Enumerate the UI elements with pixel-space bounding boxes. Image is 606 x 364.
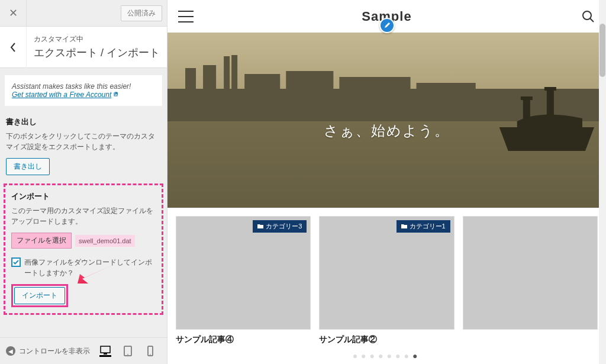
- post-card[interactable]: [463, 216, 598, 345]
- hero-text: さぁ、始めよう。: [324, 121, 450, 140]
- collapse-icon: ◀: [6, 346, 15, 356]
- post-thumbnail: カテゴリー1: [319, 216, 454, 330]
- menu-button[interactable]: [178, 11, 194, 22]
- download-images-row: 画像ファイルをダウンロードしてインポートしますか？: [11, 257, 156, 278]
- svg-point-6: [150, 354, 150, 355]
- svg-rect-19: [417, 83, 476, 92]
- assistant-promo: Assistant makes tasks like this easier! …: [5, 75, 162, 106]
- search-button[interactable]: [581, 9, 595, 24]
- import-heading: インポート: [11, 191, 156, 202]
- post-cards-row: カテゴリー3 サンプル記事④ カテゴリー1 サンプル記事②: [167, 208, 606, 347]
- svg-rect-2: [104, 353, 107, 355]
- import-button-highlight: インポート: [11, 284, 68, 307]
- category-badge[interactable]: カテゴリー1: [397, 220, 450, 233]
- import-section: インポート このテーマ用のカスタマイズ設定ファイルをアップロードします。 ファイ…: [4, 183, 163, 315]
- import-description: このテーマ用のカスタマイズ設定ファイルをアップロードします。: [11, 205, 156, 227]
- customizer-panel: ✕ 公開済み カスタマイズ中 エクスポート / インポート Assistant …: [0, 0, 167, 364]
- svg-rect-1: [101, 346, 110, 353]
- publish-state-button[interactable]: 公開済み: [121, 5, 162, 21]
- post-thumbnail: カテゴリー3: [176, 216, 311, 330]
- post-card[interactable]: カテゴリー3 サンプル記事④: [176, 216, 311, 345]
- collapse-controls-button[interactable]: ◀ コントロールを非表示: [6, 346, 90, 356]
- preview-scrollbar[interactable]: [599, 0, 606, 364]
- svg-point-7: [583, 11, 591, 20]
- device-desktop-button[interactable]: [99, 345, 111, 357]
- svg-rect-22: [521, 96, 533, 100]
- download-images-label: 画像ファイルをダウンロードしてインポートしますか？: [24, 257, 156, 278]
- chosen-file-name: swell_demo01.dat: [75, 235, 135, 247]
- svg-rect-23: [544, 87, 556, 91]
- export-button[interactable]: 書き出し: [6, 158, 50, 175]
- preview-area: Sample: [167, 0, 606, 364]
- export-heading: 書き出し: [6, 117, 161, 127]
- svg-rect-15: [231, 55, 237, 92]
- slider-pager[interactable]: ●●●●●●●●: [167, 347, 606, 362]
- post-title: サンプル記事②: [319, 334, 454, 345]
- hero-image: さぁ、始めよう。: [167, 33, 606, 208]
- customizer-footer: ◀ コントロールを非表示: [0, 337, 167, 364]
- customizer-header: カスタマイズ中 エクスポート / インポート: [0, 27, 167, 68]
- device-switcher: [99, 345, 161, 357]
- file-chooser-row: ファイルを選択 swell_demo01.dat: [11, 233, 156, 249]
- svg-line-8: [590, 18, 594, 22]
- breadcrumb: カスタマイズ中: [34, 34, 160, 44]
- svg-rect-14: [224, 56, 230, 92]
- post-thumbnail: [463, 216, 598, 330]
- folder-icon: [257, 223, 263, 230]
- panel-title: エクスポート / インポート: [34, 46, 160, 60]
- download-images-checkbox[interactable]: [11, 257, 21, 267]
- customizer-topbar: ✕ 公開済み: [0, 0, 167, 27]
- category-badge[interactable]: カテゴリー3: [253, 220, 307, 233]
- post-title: サンプル記事④: [176, 334, 311, 345]
- svg-rect-13: [203, 65, 216, 92]
- hero-scene-icon: [167, 33, 606, 208]
- external-link-icon: [114, 91, 120, 99]
- back-button[interactable]: [0, 27, 27, 68]
- device-tablet-button[interactable]: [122, 345, 134, 357]
- svg-point-4: [127, 354, 128, 355]
- svg-rect-18: [339, 77, 410, 92]
- close-customizer-button[interactable]: ✕: [0, 0, 27, 27]
- svg-rect-12: [185, 68, 196, 92]
- edit-shortcut-button[interactable]: [379, 18, 395, 33]
- post-card[interactable]: カテゴリー1 サンプル記事②: [319, 216, 454, 345]
- assistant-link[interactable]: Get started with a Free Account: [12, 91, 120, 99]
- choose-file-button[interactable]: ファイルを選択: [11, 233, 72, 249]
- svg-rect-16: [244, 74, 280, 92]
- export-section: 書き出し 下のボタンをクリックしてこのテーマのカスタマイズ設定をエクスポートしま…: [0, 111, 167, 181]
- preview-topbar: Sample: [167, 0, 606, 33]
- export-description: 下のボタンをクリックしてこのテーマのカスタマイズ設定をエクスポートします。: [6, 131, 161, 152]
- folder-icon: [401, 223, 407, 230]
- svg-rect-17: [286, 71, 333, 92]
- preview-scrollbar-thumb[interactable]: [599, 24, 605, 77]
- import-button[interactable]: インポート: [14, 287, 65, 304]
- device-mobile-button[interactable]: [144, 345, 156, 357]
- assistant-text: Assistant makes tasks like this easier!: [12, 82, 155, 91]
